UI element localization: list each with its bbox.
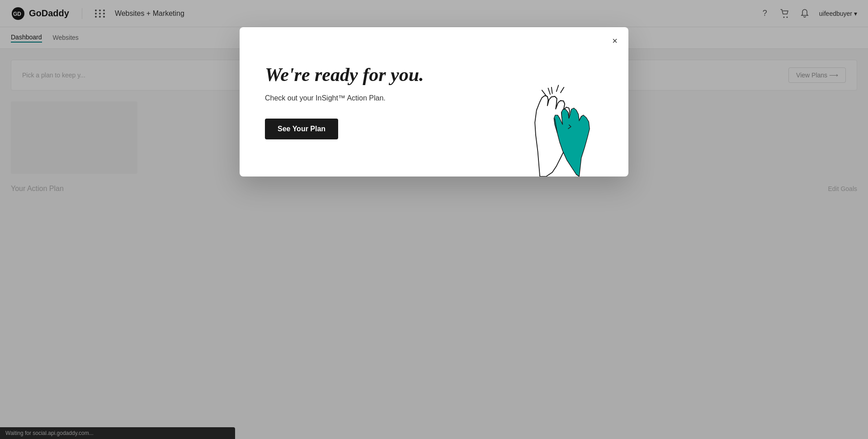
modal-illustration (502, 27, 628, 177)
modal-title: We're ready for you. (265, 64, 476, 85)
modal-content: We're ready for you. Check out your InSi… (240, 27, 502, 177)
modal-overlay: × We're ready for you. Check out your In… (0, 0, 868, 439)
see-your-plan-button[interactable]: See Your Plan (265, 119, 338, 139)
modal-close-button[interactable]: × (610, 34, 619, 47)
modal-dialog: × We're ready for you. Check out your In… (240, 27, 628, 177)
modal-description: Check out your InSight™ Action Plan. (265, 94, 476, 102)
highfive-illustration (511, 77, 610, 177)
